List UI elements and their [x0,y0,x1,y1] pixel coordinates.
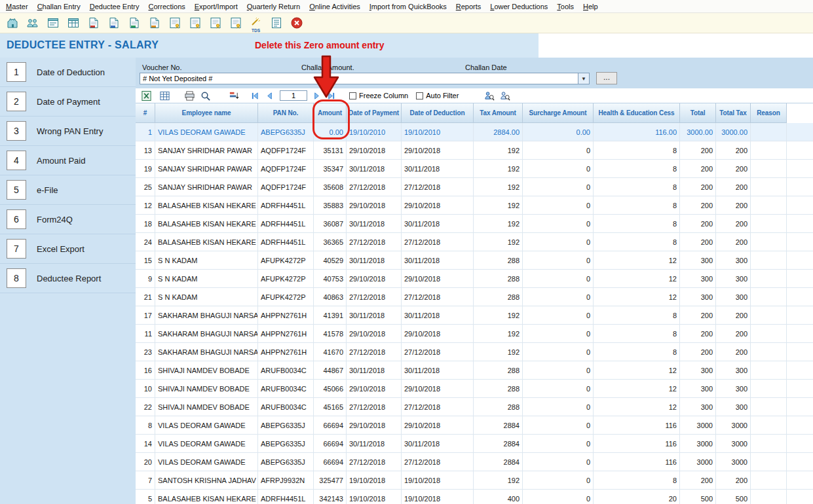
table-row[interactable]: 22SHIVAJI NAMDEV BOBADEARUFB0034C4516527… [136,398,813,416]
column-header[interactable]: Total Tax [716,103,751,122]
column-header[interactable]: Health & Education Cess [594,103,680,122]
menu-reports[interactable]: Reports [451,1,486,12]
auto-filter-checkbox[interactable]: Auto Filter [416,92,459,99]
table-cell: 27/12/2018 [347,453,402,471]
sidebar-item-form24q[interactable]: 6 Form24Q [0,205,136,234]
browse-button[interactable]: ... [596,72,617,84]
sidebar-item-deductee-report[interactable]: 8 Deductee Report [0,264,136,293]
deductee-window-icon[interactable] [65,15,81,31]
column-header[interactable]: Reason [751,103,787,122]
employees-group-icon[interactable] [24,15,41,31]
table-row[interactable]: 23SAKHARAM BHAGUJI NARSALEAHPPN2761H4167… [136,343,813,361]
challan-window-icon[interactable] [45,15,61,31]
table-cell: 19/10/2010 [347,123,402,141]
table-cell: 30/11/2018 [347,251,402,269]
table-row[interactable]: 12BALASAHEB KISAN HEKAREADRFH4451L358832… [136,196,813,215]
certificate-icon-1[interactable] [166,15,183,31]
table-cell [751,471,787,489]
sidebar-item-date-of-deduction[interactable]: 1 Date of Deduction [0,58,136,87]
find-deductee-icon[interactable] [482,90,495,101]
table-row[interactable]: 15S N KADAMAFUPK4272P4052930/11/201830/1… [136,251,813,270]
voucher-dropdown[interactable]: # Not Yet Deposited # ▼ [140,73,590,84]
grid-view-icon[interactable] [158,90,171,101]
menu-deductee-entry[interactable]: Deductee Entry [85,1,144,12]
menu-corrections[interactable]: Corrections [144,1,190,12]
column-header[interactable]: Date of Payment [347,103,402,122]
table-row[interactable]: 1VILAS DEORAM GAWADEABEPG6335J0.0019/10/… [136,123,813,141]
menu-tools[interactable]: Tools [552,1,578,12]
table-cell: 25 [136,178,155,196]
table-cell: 200 [716,233,751,251]
column-header[interactable]: Date of Deduction [402,103,474,122]
table-cell: AHPPN2761H [258,343,314,361]
excel-export-icon[interactable] [140,90,153,101]
find-deductee-alt-icon[interactable] [498,90,511,101]
document-icon-1[interactable] [85,15,102,31]
table-row[interactable]: 5BALASAHEB KISAN HEKAREADRFH4451L3421431… [136,490,813,504]
table-row[interactable]: 16SHIVAJI NAMDEV BOBADEARUFB0034C4486730… [136,361,813,380]
document-icon-4[interactable] [146,15,162,31]
table-cell: SANJAY SHRIDHAR PAWAR [155,160,258,177]
document-icon-2[interactable] [105,15,122,31]
sort-icon[interactable] [227,90,240,101]
table-cell: 3000.00 [716,123,751,141]
nav-prev-button[interactable] [263,90,276,101]
menu-online-activities[interactable]: Online Activities [305,1,365,12]
table-row[interactable]: 20VILAS DEORAM GAWADEABEPG6335J6669427/1… [136,453,813,471]
chevron-down-icon[interactable]: ▼ [578,73,589,84]
menu-import-quickbooks[interactable]: Import from QuickBooks [365,1,451,12]
tds-calculator-icon[interactable]: TDS [248,15,264,31]
column-header[interactable]: Surcharge Amount [523,103,594,122]
menu-quarterly-return[interactable]: Quarterly Return [242,1,305,12]
document-icon-3[interactable] [126,15,142,31]
menu-challan-entry[interactable]: Challan Entry [33,1,85,12]
certificate-icon-2[interactable] [187,15,203,31]
table-row[interactable]: 19SANJAY SHRIDHAR PAWARAQDFP1724F3534730… [136,160,813,178]
sidebar-item-efile[interactable]: 5 e-File [0,175,136,205]
table-row[interactable]: 8VILAS DEORAM GAWADEABEPG6335J6669429/10… [136,416,813,435]
menu-help[interactable]: Help [578,1,603,12]
sidebar-item-excel-export[interactable]: 7 Excel Export [0,234,136,264]
nav-last-button[interactable] [324,90,337,101]
menu-master[interactable]: Master [1,1,33,12]
sidebar-item-wrong-pan-entry[interactable]: 3 Wrong PAN Entry [0,117,136,146]
table-cell: SANTOSH KRISHNA JADHAV [155,471,258,489]
table-cell: VILAS DEORAM GAWADE [155,416,258,434]
menu-lower-deductions[interactable]: Lower Deductions [485,1,552,12]
table-row[interactable]: 14VILAS DEORAM GAWADEABEPG6335J6669430/1… [136,435,813,453]
record-number-input[interactable] [280,90,307,101]
table-row[interactable]: 11SAKHARAM BHAGUJI NARSALEAHPPN2761H4157… [136,325,813,343]
menu-export-import[interactable]: Export/Import [190,1,242,12]
certificate-icon-3[interactable] [207,15,223,31]
table-row[interactable]: 10SHIVAJI NAMDEV BOBADEARUFB0034C4506629… [136,380,813,398]
report-register-icon[interactable] [268,15,284,31]
table-row[interactable]: 17SAKHARAM BHAGUJI NARSALEAHPPN2761H4139… [136,306,813,325]
sidebar-item-amount-paid[interactable]: 4 Amount Paid [0,146,136,175]
table-row[interactable]: 24BALASAHEB KISAN HEKAREADRFH4451L363652… [136,233,813,251]
table-cell: SAKHARAM BHAGUJI NARSALE [155,306,258,324]
exit-icon[interactable] [288,15,305,31]
sidebar-item-number: 1 [7,62,26,82]
certificate-icon-4[interactable] [227,15,244,31]
table-row[interactable]: 7SANTOSH KRISHNA JADHAVAFRPJ9932N3254771… [136,471,813,490]
column-header[interactable]: # [136,103,155,122]
nav-first-button[interactable] [248,90,261,101]
table-row[interactable]: 21S N KADAMAFUPK4272P4086327/12/201827/1… [136,288,813,306]
freeze-column-checkbox[interactable]: Freeze Column [349,92,408,99]
nav-next-button[interactable] [310,90,323,101]
print-icon[interactable] [183,90,196,101]
table-row[interactable]: 18BALASAHEB KISAN HEKAREADRFH4451L360873… [136,215,813,233]
search-icon[interactable] [199,90,212,101]
column-header[interactable]: Tax Amount [474,103,523,122]
table-cell: 300 [680,288,716,306]
column-header[interactable]: Amount [314,103,347,122]
column-header[interactable]: PAN No. [258,103,314,122]
table-cell: SANJAY SHRIDHAR PAWAR [155,178,258,196]
sidebar-item-date-of-payment[interactable]: 2 Date of Payment [0,87,136,117]
table-row[interactable]: 9S N KADAMAFUPK4272P4075329/10/201829/10… [136,270,813,288]
table-row[interactable]: 25SANJAY SHRIDHAR PAWARAQDFP1724F3560827… [136,178,813,196]
company-icon[interactable] [4,15,20,31]
column-header[interactable]: Total [680,103,716,122]
table-row[interactable]: 13SANJAY SHRIDHAR PAWARAQDFP1724F3513129… [136,141,813,160]
column-header[interactable]: Employee name [155,103,258,122]
